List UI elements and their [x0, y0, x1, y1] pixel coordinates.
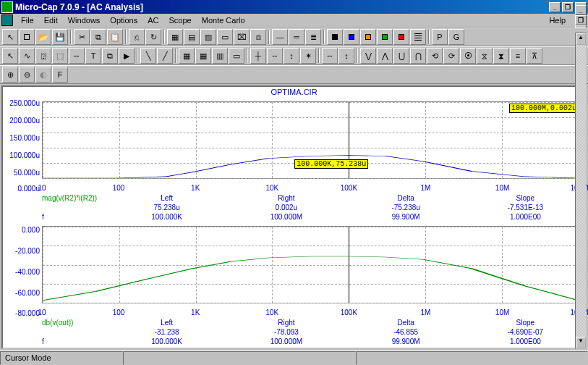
tb2-6[interactable]: ⧉ [102, 48, 118, 64]
tb2-8[interactable]: ╲ [140, 48, 156, 64]
v1-left: 75.238u [107, 204, 226, 211]
tb1-4[interactable]: ✂ [74, 29, 90, 45]
tb2-cursor[interactable]: ↖ [2, 48, 18, 64]
tb2-16[interactable]: ↕ [284, 48, 299, 64]
tb1-select[interactable]: ↖ [2, 29, 18, 45]
trace-2 [43, 227, 579, 303]
tb1-17[interactable]: ≣ [305, 29, 321, 45]
tb2-17[interactable]: ✶ [300, 48, 316, 64]
tb2-11[interactable]: ▦ [195, 48, 211, 64]
toolbar-2: ↖ ∿ ⍰ ⬚ ↔ T ⧉ ▶ ╲ ╱ ▦ ▦ ▥ ▭ ┼ ↔ ↕ ✶ ↔ ↕ … [0, 46, 588, 65]
tag-right[interactable]: 100.000M,0.002u [509, 104, 579, 113]
tb2-18[interactable]: ↔ [322, 48, 338, 64]
tb2-14[interactable]: ┼ [250, 48, 266, 64]
x-0: 10 [38, 184, 46, 192]
y1-3: 150.000u [9, 133, 40, 141]
menu-options[interactable]: Options [105, 14, 142, 26]
tb1-18[interactable] [327, 29, 343, 45]
plot-2[interactable]: 10 100 1K 10K 100K 1M 10M 100M [42, 222, 579, 318]
tb2-22[interactable]: ⋃ [393, 48, 409, 64]
tb2-run[interactable]: ▶ [119, 48, 135, 64]
tb2-15[interactable]: ↔ [267, 48, 283, 64]
toolbar-1: ↖ 📂 💾 ✂ ⧉ 📋 ⎌ ↻ ▦ ▤ ▥ ▭ ⌧ ⧈ — ═ ≣ P G [0, 28, 588, 46]
tb1-22[interactable] [393, 29, 409, 45]
tb1-7[interactable]: ⎌ [129, 29, 145, 45]
tb1-9[interactable]: ▦ [167, 29, 183, 45]
tb1-12[interactable]: ▭ [217, 29, 233, 45]
mdi-maximize-button[interactable]: ❐ [575, 15, 587, 25]
tb3-zoomout[interactable]: ⊖ [19, 67, 35, 83]
menu-windows[interactable]: Windows [63, 14, 106, 26]
tb2-2[interactable]: ⍰ [35, 48, 51, 64]
tb2-23[interactable]: ⋂ [410, 48, 426, 64]
tb1-20[interactable] [360, 29, 376, 45]
tb2-wave[interactable]: ∿ [19, 48, 35, 64]
y2-0: -80.000 [15, 309, 40, 317]
scroll-down-button[interactable]: ▼ [576, 337, 586, 348]
tb2-21[interactable]: ⋀ [377, 48, 393, 64]
minimize-button[interactable]: _ [549, 2, 561, 12]
sqk-icon [332, 34, 338, 40]
tb2-29[interactable]: ≡ [510, 48, 526, 64]
col-delta: Delta [346, 194, 466, 202]
plot-1[interactable]: 100.000K,75.238u 100.000M,0.002u 10 100 … [42, 97, 579, 193]
tb3-f[interactable]: F [52, 67, 68, 83]
tb1-16[interactable]: ═ [289, 29, 304, 45]
tb2-13[interactable]: ▭ [229, 48, 244, 64]
tb2-3[interactable]: ⬚ [52, 48, 68, 64]
tb1-11[interactable]: ▥ [200, 29, 216, 45]
sqg-icon [382, 34, 388, 40]
tb1-1[interactable] [19, 29, 35, 45]
scrollbar-v[interactable]: ▲ ▼ [575, 33, 587, 349]
tb2-4[interactable]: ↔ [69, 48, 85, 64]
tb1-14[interactable]: ⧈ [250, 29, 266, 45]
tb1-2[interactable]: 📂 [35, 29, 51, 45]
menu-scope[interactable]: Scope [164, 14, 197, 26]
scroll-track[interactable] [576, 45, 586, 337]
tb2-24[interactable]: ⟲ [427, 48, 443, 64]
tb2-t[interactable]: T [85, 48, 101, 64]
sqo-icon [365, 34, 371, 40]
readout-1-hdr: mag(v(R2)*i(R2)) Left Right Delta Slope [3, 193, 585, 203]
tb1-10[interactable]: ▤ [184, 29, 200, 45]
tb2-26[interactable]: ⦿ [460, 48, 476, 64]
tb1-5[interactable]: ⧉ [90, 29, 106, 45]
scroll-up-button[interactable]: ▲ [576, 33, 586, 45]
tb2-9[interactable]: ╱ [157, 48, 173, 64]
tb2-28[interactable]: ⧗ [493, 48, 509, 64]
tb2-19[interactable]: ↕ [338, 48, 354, 64]
tb3-2[interactable]: ◐ [35, 67, 51, 83]
readout-2-frq: f 100.000K 100.000M 99.900M 1.000E00 [3, 337, 585, 348]
mdi-icon[interactable] [1, 14, 13, 26]
tb1-21[interactable] [377, 29, 393, 45]
tb1-6[interactable]: 📋 [107, 29, 123, 45]
y2-1: -60.000 [15, 289, 40, 297]
tb1-p[interactable]: P [432, 29, 448, 45]
menu-ac[interactable]: AC [142, 14, 163, 26]
tag-left[interactable]: 100.000K,75.238u [294, 159, 368, 169]
col-slope: Slope [466, 194, 585, 202]
tb2-20[interactable]: ⋁ [360, 48, 376, 64]
tb2-10[interactable]: ▦ [179, 48, 195, 64]
f2-right: 100.000M [226, 337, 346, 345]
maximize-button[interactable]: ❐ [562, 2, 574, 12]
tb3-zoomin[interactable]: ⊕ [2, 67, 18, 83]
y2-3: -20.000 [15, 246, 40, 254]
tb1-15[interactable]: — [272, 29, 288, 45]
tb1-19[interactable] [344, 29, 359, 45]
mdi-minimize-button[interactable]: _ [575, 5, 587, 15]
tb1-8[interactable]: ↻ [145, 29, 161, 45]
tb2-12[interactable]: ▥ [212, 48, 228, 64]
menu-edit[interactable]: Edit [39, 14, 63, 26]
y1-4: 200.000u [9, 116, 40, 124]
menu-file[interactable]: File [16, 14, 39, 26]
tb1-g[interactable]: G [448, 29, 464, 45]
tb1-3[interactable]: 💾 [52, 29, 68, 45]
tb2-30[interactable]: ⊼ [527, 48, 542, 64]
tb2-27[interactable]: ⧖ [477, 48, 493, 64]
menu-help[interactable]: Help [544, 14, 571, 26]
menu-montecarlo[interactable]: Monte Carlo [197, 14, 250, 26]
tb2-25[interactable]: ⟳ [443, 48, 459, 64]
tb1-23[interactable] [410, 29, 426, 45]
tb1-13[interactable]: ⌧ [234, 29, 250, 45]
